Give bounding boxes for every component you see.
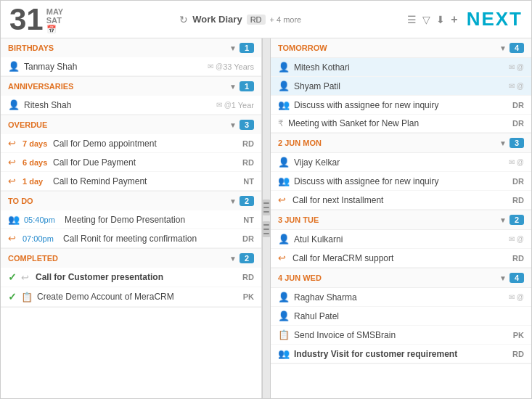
todo-time-2: 07:00pm <box>22 234 59 243</box>
completed-badge: 2 <box>240 253 254 263</box>
anniversary-item-ritesh[interactable]: 👤 Ritesh Shah ✉ @ 1 Year <box>1 96 261 115</box>
person-icon: 👤 <box>278 234 290 244</box>
completed-item-2[interactable]: ✓ 📋 Create Demo Account of MeraCRM PK <box>1 287 261 307</box>
meeting-icon: 👥 <box>8 214 20 225</box>
jun3-badge: 2 <box>510 215 524 225</box>
jun4-badge: 4 <box>510 273 524 283</box>
left-panel: BIRTHDAYS ▼ 1 👤 Tanmay Shah ✉ @ 33 Years… <box>1 38 262 398</box>
jun2-chevron[interactable]: ▼ <box>499 139 507 147</box>
filter-icon[interactable]: ☰ <box>407 14 417 25</box>
divider-handle[interactable] <box>262 200 271 215</box>
call-icon: ↩ <box>8 176 18 186</box>
tomorrow-contact-1[interactable]: 👤 Mitesh Kothari ✉ @ <box>271 58 531 77</box>
jun2-badge: 3 <box>510 138 524 148</box>
todo-item-1[interactable]: 👥 05:40pm Meeting for Demo Presentation … <box>1 210 261 229</box>
date-weekday: SAT <box>46 16 63 25</box>
call-icon: ↩ <box>278 252 288 263</box>
anniversaries-section: ANNIVERSARIES ▼ 1 👤 Ritesh Shah ✉ @ 1 Ye… <box>1 77 261 115</box>
header: 31 MAY SAT 📅 ↻ Work Diary RD + 4 more ☰ … <box>1 1 531 38</box>
person-icon: 👤 <box>278 310 290 321</box>
completed-section: COMPLETED ▼ 2 ✓ ↩ Call for Customer pres… <box>1 249 261 308</box>
completed-label-2: Create Demo Account of MeraCRM <box>37 292 239 302</box>
jun2-task-badge-2: RD <box>512 196 524 205</box>
birthday-name: Tanmay Shah <box>24 62 205 72</box>
todo-chevron[interactable]: ▼ <box>229 197 237 205</box>
jun4-contact-name-2: Rahul Patel <box>294 311 524 321</box>
tomorrow-contact-name-2: Shyam Patil <box>294 81 507 91</box>
tomorrow-title: TOMORROW <box>278 44 496 52</box>
jun3-section: 3 JUN TUE ▼ 2 👤 Atul Kulkarni ✉ @ ↩ Call… <box>271 210 531 268</box>
add-icon[interactable]: + <box>451 13 457 26</box>
at-icon: @ <box>517 158 524 166</box>
date-info: MAY SAT 📅 <box>46 7 63 34</box>
overdue-badge-2: RD <box>242 158 254 167</box>
birthdays-chevron[interactable]: ▼ <box>229 44 237 52</box>
jun2-task-label-2: Call for next Installment <box>292 195 508 205</box>
overdue-chevron[interactable]: ▼ <box>229 121 237 129</box>
call-icon: ↩ <box>21 272 31 283</box>
body: BIRTHDAYS ▼ 1 👤 Tanmay Shah ✉ @ 33 Years… <box>1 38 531 398</box>
tomorrow-header: TOMORROW ▼ 4 <box>271 38 531 58</box>
check-icon: ✓ <box>8 271 17 283</box>
anniversaries-chevron[interactable]: ▼ <box>229 83 237 91</box>
overdue-item-2[interactable]: ↩ 6 days Call for Due Payment RD <box>1 153 261 172</box>
completed-header: COMPLETED ▼ 2 <box>1 249 261 268</box>
overdue-item-3[interactable]: ↩ 1 day Call to Remind Payment NT <box>1 172 261 191</box>
msg-icon: ✉ <box>509 293 515 301</box>
funnel-icon[interactable]: ▽ <box>422 14 430 25</box>
msg-icon: ✉ <box>216 101 222 109</box>
overdue-title: OVERDUE <box>8 120 226 129</box>
todo-label-2: Call Ronit for meeting confirmation <box>63 234 238 244</box>
jun4-chevron[interactable]: ▼ <box>499 274 507 282</box>
jun4-header: 4 JUN WED ▼ 4 <box>271 268 531 288</box>
person-icon: 👤 <box>278 62 290 73</box>
overdue-item-1[interactable]: ↩ 7 days Call for Demo appointment RD <box>1 134 261 153</box>
birthday-item-tanmay[interactable]: 👤 Tanmay Shah ✉ @ 33 Years <box>1 57 261 76</box>
jun2-contact-1[interactable]: 👤 Vijay Kelkar ✉ @ <box>271 153 531 172</box>
jun4-contact-2[interactable]: 👤 Rahul Patel <box>271 307 531 326</box>
jun2-task-2[interactable]: ↩ Call for next Installment RD <box>271 191 531 210</box>
completed-badge-1: RD <box>242 273 254 281</box>
tomorrow-task-2[interactable]: ₹ Meeting with Sanket for New Plan DR <box>271 115 531 133</box>
jun4-task-2[interactable]: 👥 Industry Visit for customer requiremen… <box>271 345 531 363</box>
jun3-task-1[interactable]: ↩ Call for MeraCRM support RD <box>271 249 531 268</box>
sync-icon[interactable]: ↻ <box>179 14 188 25</box>
task-icon: 📋 <box>278 329 290 340</box>
tomorrow-contact-name-1: Mitesh Kothari <box>294 62 507 73</box>
overdue-days-1: 7 days <box>22 139 49 148</box>
person-icon: 👤 <box>8 99 20 110</box>
jun3-chevron[interactable]: ▼ <box>499 216 507 224</box>
tomorrow-task-1[interactable]: 👥 Discuss with assignee for new inquiry … <box>271 96 531 115</box>
right-panel: TOMORROW ▼ 4 👤 Mitesh Kothari ✉ @ 👤 Shya… <box>271 38 531 398</box>
handle-bar <box>263 224 269 226</box>
tomorrow-chevron[interactable]: ▼ <box>499 44 507 52</box>
jun4-contact-1[interactable]: 👤 Raghav Sharma ✉ @ <box>271 288 531 307</box>
next-label: NEXT <box>467 8 523 30</box>
completed-chevron[interactable]: ▼ <box>229 255 237 263</box>
jun4-task-label-2: Industry Visit for customer requirement <box>294 349 508 359</box>
todo-badge: 2 <box>240 196 254 206</box>
meeting-icon: 👥 <box>278 176 290 186</box>
download-icon[interactable]: ⬇ <box>436 14 445 25</box>
todo-item-2[interactable]: ↩ 07:00pm Call Ronit for meeting confirm… <box>1 229 261 248</box>
jun3-contact-1[interactable]: 👤 Atul Kulkarni ✉ @ <box>271 230 531 249</box>
panel-divider <box>262 38 271 398</box>
header-icons: ☰ ▽ ⬇ + <box>407 13 457 26</box>
completed-item-1[interactable]: ✓ ↩ Call for Customer presentation RD <box>1 268 261 287</box>
jun3-header: 3 JUN TUE ▼ 2 <box>271 210 531 230</box>
msg-icon: ✉ <box>208 62 213 70</box>
divider-handle-2[interactable] <box>262 221 271 237</box>
jun4-task-label-1: Send Invoice of SMSBrain <box>294 330 509 340</box>
jun2-task-1[interactable]: 👥 Discuss with assignee for new inquiry … <box>271 172 531 191</box>
anniversary-name: Ritesh Shah <box>24 100 214 110</box>
tomorrow-contact-2[interactable]: 👤 Shyam Patil ✉ @ <box>271 77 531 96</box>
overdue-section: OVERDUE ▼ 3 ↩ 7 days Call for Demo appoi… <box>1 115 261 192</box>
person-icon: 👤 <box>8 61 20 72</box>
tomorrow-task-label-1: Discuss with assignee for new inquiry <box>294 100 508 110</box>
more-link[interactable]: + 4 more <box>270 15 302 24</box>
jun4-task-1[interactable]: 📋 Send Invoice of SMSBrain PK <box>271 326 531 345</box>
todo-header: TO DO ▼ 2 <box>1 192 261 210</box>
overdue-badge-1: RD <box>242 139 254 148</box>
completed-badge-2: PK <box>243 292 254 301</box>
jun3-task-label-1: Call for MeraCRM support <box>292 253 508 263</box>
